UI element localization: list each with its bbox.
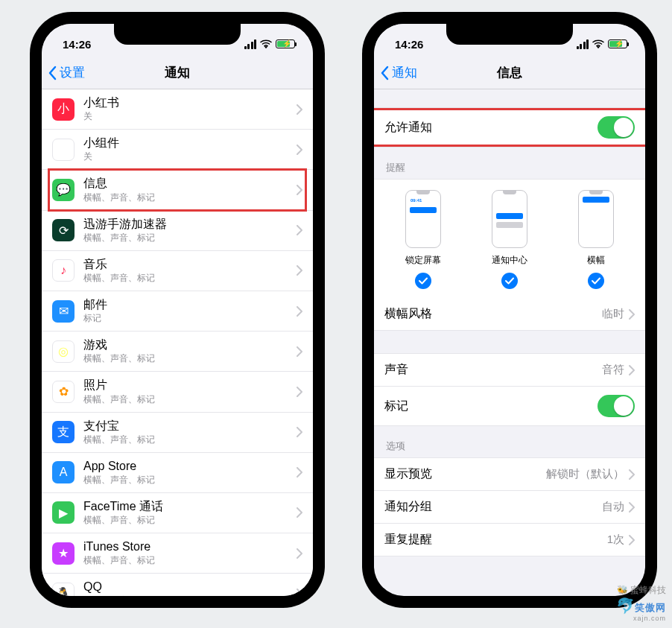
xunyou-icon: ⟳ (52, 219, 75, 241)
gamecenter-icon: ◎ (52, 340, 75, 363)
notification-center-mock-icon (492, 190, 527, 248)
allow-notifications-row[interactable]: 允许通知 (374, 107, 645, 148)
battery-icon: ⚡ (608, 39, 627, 48)
app-notification-row[interactable]: ✉邮件标记 (42, 291, 313, 332)
lockscreen-mock-icon: 09:41 (405, 190, 441, 248)
app-notification-summary: 标记 (83, 312, 292, 325)
phone-frame-left: 14:26 ⚡ 设置 通知 小小红书关▥小组件关💬信息横幅、声音、标记⟳迅游手游… (30, 12, 325, 608)
app-notification-summary: 横幅、声音、标记 (83, 514, 292, 527)
sound-row[interactable]: 声音 音符 (374, 353, 645, 387)
app-notification-row[interactable]: 小小红书关 (42, 89, 313, 130)
sound-label: 声音 (384, 362, 602, 378)
app-name: iTunes Store (83, 539, 292, 554)
repeat-alerts-value: 1次 (607, 533, 624, 547)
alert-label: 通知中心 (492, 254, 527, 267)
banner-style-row[interactable]: 横幅风格 临时 (374, 298, 645, 331)
wifi-icon (592, 39, 604, 48)
app-name: 支付宝 (83, 419, 292, 433)
chevron-right-icon (297, 145, 302, 155)
badge-toggle[interactable] (597, 395, 635, 417)
show-previews-row[interactable]: 显示预览 解锁时（默认） (374, 457, 645, 491)
sound-value: 音符 (602, 363, 624, 377)
app-notification-summary: 横幅、声音、标记 (83, 393, 292, 406)
chevron-left-icon (380, 66, 389, 80)
back-label: 通知 (392, 64, 417, 81)
app-name: 迅游手游加速器 (83, 217, 292, 231)
notch (114, 24, 241, 45)
page-title: 信息 (497, 64, 522, 81)
wifi-icon (260, 39, 272, 48)
chevron-right-icon (297, 467, 302, 478)
alert-styles-row: 09:41 锁定屏幕 通知中心 (374, 179, 645, 298)
app-name: 小红书 (83, 95, 292, 110)
app-notification-summary: 关 (83, 150, 292, 163)
status-time: 14:26 (63, 38, 91, 51)
app-notification-row[interactable]: ★iTunes Store横幅、声音、标记 (42, 533, 313, 574)
chevron-right-icon (297, 185, 302, 195)
nav-bar: 通知 信息 (374, 57, 645, 89)
qq-icon: 🐧 (52, 583, 75, 596)
show-previews-value: 解锁时（默认） (546, 467, 624, 481)
facetime-icon: ▶ (52, 501, 75, 524)
app-notification-row[interactable]: ⟳迅游手游加速器横幅、声音、标记 (42, 211, 313, 251)
alert-lockscreen[interactable]: 09:41 锁定屏幕 (405, 190, 441, 289)
battery-icon: ⚡ (276, 39, 295, 48)
chevron-right-icon (297, 387, 302, 397)
check-icon (415, 273, 431, 289)
app-notification-summary: 横幅、声音、标记 (83, 352, 292, 365)
app-notification-row[interactable]: ✿照片横幅、声音、标记 (42, 372, 313, 412)
chevron-right-icon (629, 365, 635, 375)
app-notification-row[interactable]: ♪音乐横幅、声音、标记 (42, 251, 313, 291)
banner-mock-icon (578, 190, 614, 248)
app-name: 游戏 (83, 337, 292, 352)
app-notification-row[interactable]: 💬信息横幅、声音、标记 (42, 170, 313, 210)
badge-label: 标记 (384, 399, 597, 414)
app-name: 信息 (83, 176, 292, 190)
repeat-alerts-label: 重复提醒 (384, 532, 607, 548)
check-icon (588, 273, 604, 289)
alert-banners[interactable]: 横幅 (578, 190, 614, 289)
screen-left: 14:26 ⚡ 设置 通知 小小红书关▥小组件关💬信息横幅、声音、标记⟳迅游手游… (42, 24, 313, 596)
notification-grouping-row[interactable]: 通知分组 自动 (374, 491, 645, 524)
notification-settings-list[interactable]: 小小红书关▥小组件关💬信息横幅、声音、标记⟳迅游手游加速器横幅、声音、标记♪音乐… (42, 89, 313, 596)
back-label: 设置 (60, 64, 85, 81)
app-notification-row[interactable]: 🐧QQ横幅、声音、标记 (42, 574, 313, 596)
chevron-right-icon (297, 104, 302, 115)
alert-notification-center[interactable]: 通知中心 (492, 190, 527, 289)
show-previews-label: 显示预览 (384, 466, 546, 482)
widgets-icon: ▥ (52, 139, 75, 161)
itunes-icon: ★ (52, 542, 75, 565)
back-button[interactable]: 设置 (48, 57, 85, 89)
appstore-icon: A (52, 461, 75, 483)
banner-style-label: 横幅风格 (384, 306, 602, 322)
chevron-right-icon (297, 589, 302, 596)
allow-notifications-label: 允许通知 (384, 120, 597, 136)
repeat-alerts-row[interactable]: 重复提醒 1次 (374, 524, 645, 556)
app-notification-summary: 横幅、声音、标记 (83, 594, 292, 596)
app-notification-summary: 关 (83, 110, 292, 123)
grouping-value: 自动 (602, 500, 624, 514)
badge-row[interactable]: 标记 (374, 387, 645, 426)
app-notification-summary: 横幅、声音、标记 (83, 474, 292, 486)
messages-notification-settings[interactable]: 允许通知 提醒 09:41 锁定屏幕 (374, 89, 645, 596)
status-time: 14:26 (395, 38, 423, 51)
app-notification-row[interactable]: ◎游戏横幅、声音、标记 (42, 332, 313, 372)
app-notification-row[interactable]: AApp Store横幅、声音、标记 (42, 453, 313, 493)
allow-notifications-toggle[interactable] (597, 116, 635, 139)
messages-icon: 💬 (52, 179, 75, 201)
app-notification-row[interactable]: ▶FaceTime 通话横幅、声音、标记 (42, 493, 313, 533)
check-icon (501, 273, 518, 289)
chevron-right-icon (629, 469, 635, 480)
screen-right: 14:26 ⚡ 通知 信息 允许通知 提醒 (374, 24, 645, 596)
app-notification-row[interactable]: ▥小组件关 (42, 130, 313, 170)
app-notification-row[interactable]: 支支付宝横幅、声音、标记 (42, 413, 313, 453)
app-notification-summary: 横幅、声音、标记 (83, 554, 292, 567)
grouping-label: 通知分组 (384, 499, 602, 515)
chevron-right-icon (297, 346, 302, 357)
chevron-right-icon (629, 535, 635, 545)
app-name: FaceTime 通话 (83, 499, 292, 513)
back-button[interactable]: 通知 (380, 57, 417, 89)
chevron-right-icon (297, 548, 302, 559)
page-title: 通知 (165, 64, 190, 81)
watermark: 🐝 蜜蜂科技 🐬笑傲网 xajn.com (616, 584, 666, 622)
